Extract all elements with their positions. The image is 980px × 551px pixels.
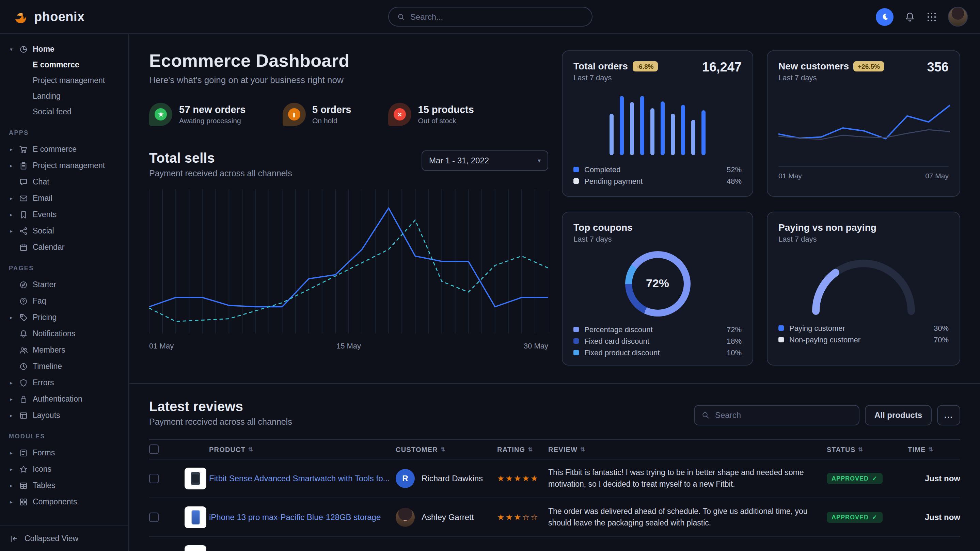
total-sells-subtitle: Payment received across all channels: [149, 169, 292, 178]
date-range-select[interactable]: Mar 1 - 31, 2022 ▾: [422, 151, 548, 171]
more-options-button[interactable]: ...: [937, 405, 960, 426]
column-header-time[interactable]: TIME⇅: [908, 446, 960, 453]
sidebar-item-faq[interactable]: Faq: [8, 293, 120, 309]
chevron-right-icon: ▸: [8, 396, 14, 402]
total-sells-svg: [149, 189, 548, 333]
check-icon: ✓: [872, 514, 878, 521]
sidebar-item-members[interactable]: Members: [8, 342, 120, 358]
sidebar-item-starter[interactable]: Starter: [8, 276, 120, 293]
latest-reviews-section: Latest reviews Payment received across a…: [129, 383, 980, 551]
paying-legend: Paying customer30%Non-paying customer70%: [778, 322, 949, 345]
sidebar-item-tables[interactable]: ▸Tables: [8, 477, 120, 494]
product-link[interactable]: iPhone 13 pro max-Pacific Blue-128GB sto…: [209, 513, 390, 522]
sidebar-item-project-management[interactable]: ▸Project management: [8, 157, 120, 173]
sidebar-item-layouts[interactable]: ▸Layouts: [8, 407, 120, 423]
reviews-search-input[interactable]: [715, 410, 852, 420]
reviews-search[interactable]: [694, 405, 859, 426]
stat-caption: Awating processing: [179, 116, 245, 125]
legend-item-paying-customer: Paying customer30%: [778, 322, 949, 333]
table-cells-icon: [19, 481, 28, 490]
column-header-customer[interactable]: CUSTOMER⇅: [396, 446, 497, 453]
layout-icon: [19, 411, 28, 420]
legend-item-percentage-discount: Percentage discount72%: [573, 323, 741, 335]
chevron-right-icon: ▸: [8, 314, 14, 320]
order-bar: [681, 105, 685, 155]
brand[interactable]: phoenix: [12, 8, 85, 25]
legend-item-fixed-product-discount: Fixed product discount10%: [573, 346, 741, 358]
orders-bar-chart: [606, 92, 709, 155]
sidebar-item-label: E commerce: [33, 145, 76, 153]
chevron-right-icon: ▸: [8, 449, 14, 456]
sidebar-item-chat[interactable]: Chat: [8, 173, 120, 190]
review-text: This Fitbit is fantastic! I was trying t…: [548, 467, 827, 491]
chevron-down-icon: ▾: [538, 157, 541, 164]
product-link[interactable]: Fitbit Sense Advanced Smartwatch with To…: [209, 474, 396, 483]
customer-avatar: [396, 508, 415, 527]
grid-squares-icon: [19, 497, 28, 506]
question-circle-icon: [19, 297, 28, 305]
sidebar-item-errors[interactable]: ▸Errors: [8, 374, 120, 391]
x-tick-end: 30 May: [524, 342, 548, 350]
card-top-coupons: Top coupons Last 7 days 72% Percentage d…: [562, 212, 753, 365]
column-header-rating[interactable]: RATING⇅: [497, 446, 548, 453]
sidebar-item-e-commerce[interactable]: ▸E commerce: [8, 141, 120, 157]
sidebar-subitem-e-commerce[interactable]: E commerce: [8, 57, 120, 73]
sidebar-section-modules: MODULES: [9, 433, 120, 440]
global-search[interactable]: [388, 7, 592, 27]
sidebar-item-social[interactable]: ▸Social: [8, 222, 120, 239]
sidebar-item-label: Icons: [33, 465, 51, 473]
x-tick-start: 01 May: [778, 171, 802, 180]
sidebar: ▾HomeE commerceProject managementLanding…: [0, 34, 129, 551]
sidebar-subitem-landing[interactable]: Landing: [8, 89, 120, 104]
kpi-cards-grid: Total orders -6.8% Last 7 days 16,247 Co…: [562, 50, 960, 365]
sidebar-item-timeline[interactable]: Timeline: [8, 358, 120, 374]
product-thumbnail[interactable]: [185, 545, 206, 551]
sidebar-item-label: Notifications: [33, 329, 75, 338]
sidebar-subitem-social-feed[interactable]: Social feed: [8, 104, 120, 120]
select-all-checkbox[interactable]: [149, 445, 159, 454]
search-input[interactable]: [410, 12, 583, 21]
product-thumbnail[interactable]: [185, 468, 206, 489]
compass-icon: [19, 280, 28, 289]
all-products-button[interactable]: All products: [865, 405, 932, 426]
sidebar-subitem-project-management[interactable]: Project management: [8, 73, 120, 89]
bell-icon[interactable]: [904, 11, 915, 22]
star-icon: [19, 465, 28, 473]
sort-icon: ⇅: [441, 446, 446, 452]
stat-caption: Out of stock: [418, 116, 474, 125]
sidebar-item-home[interactable]: ▾Home: [8, 41, 120, 57]
row-checkbox[interactable]: [149, 474, 159, 483]
product-thumbnail[interactable]: [185, 507, 206, 528]
sidebar-item-events[interactable]: ▸Events: [8, 206, 120, 222]
chevron-right-icon: ▸: [8, 146, 14, 152]
column-header-review[interactable]: REVIEW⇅: [548, 446, 827, 453]
sidebar-item-authentication[interactable]: ▸Authentication: [8, 391, 120, 407]
sidebar-item-icons[interactable]: ▸Icons: [8, 461, 120, 477]
theme-toggle-button[interactable]: [876, 8, 894, 25]
stat-blob: ||: [282, 103, 305, 126]
row-checkbox[interactable]: [149, 513, 159, 522]
chevron-right-icon: ▸: [8, 466, 14, 472]
collapsed-view-toggle[interactable]: Collapsed View: [0, 525, 128, 551]
legend-item-pending-payment: Pending payment48%: [573, 175, 741, 186]
order-bar: [630, 102, 634, 155]
apps-grid-icon[interactable]: [926, 11, 937, 22]
total-sells-x-axis: 01 May 15 May 30 May: [149, 342, 548, 350]
order-bar: [609, 114, 614, 155]
column-header-product[interactable]: PRODUCT⇅: [209, 446, 396, 453]
sidebar-item-label: Home: [33, 45, 54, 53]
sidebar-item-pricing[interactable]: ▸Pricing: [8, 309, 120, 326]
sidebar-item-calendar[interactable]: Calendar: [8, 239, 120, 255]
sidebar-item-email[interactable]: ▸Email: [8, 190, 120, 206]
date-range-value: Mar 1 - 31, 2022: [429, 156, 489, 165]
sidebar-item-components[interactable]: ▸Components: [8, 494, 120, 510]
card-total-orders: Total orders -6.8% Last 7 days 16,247 Co…: [562, 50, 753, 197]
sidebar-item-forms[interactable]: ▸Forms: [8, 445, 120, 461]
sidebar-item-notifications[interactable]: Notifications: [8, 326, 120, 342]
coupons-donut-chart: 72%: [625, 251, 690, 316]
reviews-table-body: Fitbit Sense Advanced Smartwatch with To…: [149, 459, 960, 551]
user-avatar[interactable]: [948, 7, 968, 27]
legend-label: Fixed card discount: [584, 337, 649, 345]
column-header-status[interactable]: STATUS⇅: [827, 446, 908, 453]
chat-bubble-icon: [19, 177, 28, 186]
